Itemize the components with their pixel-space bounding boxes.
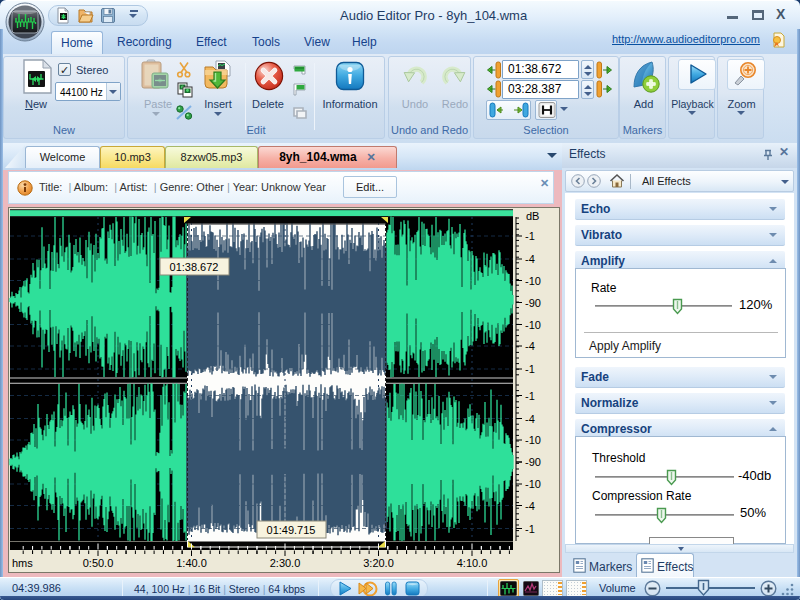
svg-text:2:30.0: 2:30.0: [270, 557, 301, 569]
svg-text:-10: -10: [525, 434, 541, 446]
svg-text:-1: -1: [525, 390, 535, 402]
svg-text:-1: -1: [525, 230, 535, 242]
svg-text:-90: -90: [525, 456, 541, 468]
svg-text:1:40.0: 1:40.0: [176, 557, 207, 569]
svg-text:0:50.0: 0:50.0: [83, 557, 114, 569]
svg-text:01:49.715: 01:49.715: [267, 524, 316, 536]
svg-text:-90: -90: [525, 297, 541, 309]
svg-text:-4: -4: [525, 500, 535, 512]
svg-text:-1: -1: [525, 363, 535, 375]
svg-text:4:10.0: 4:10.0: [457, 557, 488, 569]
svg-text:dB: dB: [526, 210, 539, 222]
svg-text:hms: hms: [12, 557, 33, 569]
svg-text:3:20.0: 3:20.0: [363, 557, 394, 569]
svg-text:01:38.672: 01:38.672: [170, 261, 219, 273]
svg-text:-10: -10: [525, 275, 541, 287]
svg-text:-1: -1: [525, 523, 535, 535]
svg-text:-4: -4: [525, 413, 535, 425]
svg-text:-4: -4: [525, 340, 535, 352]
svg-text:-4: -4: [525, 253, 535, 265]
svg-text:-10: -10: [525, 478, 541, 490]
svg-text:-10: -10: [525, 319, 541, 331]
